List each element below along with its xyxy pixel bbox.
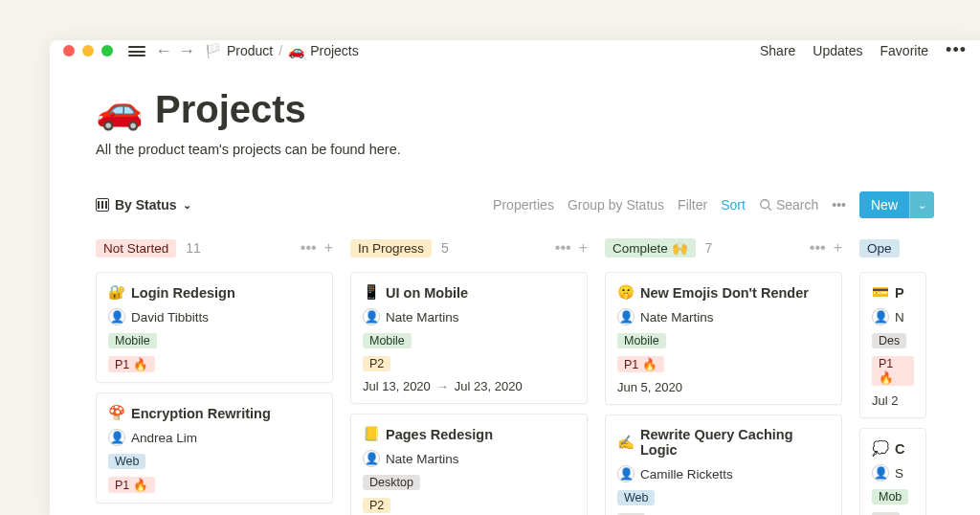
board-card[interactable]: 💭C👤SMobP4 bbox=[859, 428, 926, 515]
platform-chip: Mob bbox=[872, 489, 908, 504]
column-more-icon[interactable]: ••• bbox=[555, 239, 571, 257]
column-status-tag[interactable]: In Progress bbox=[350, 239, 432, 258]
avatar-icon: 👤 bbox=[108, 429, 125, 446]
avatar-icon: 👤 bbox=[108, 308, 125, 325]
column-more-icon[interactable]: ••• bbox=[301, 239, 317, 257]
breadcrumb-parent[interactable]: Product bbox=[227, 43, 273, 58]
date-arrow-icon: → bbox=[436, 379, 449, 393]
page-content: 🚗 Projects All the product team's projec… bbox=[50, 60, 980, 515]
new-button[interactable]: New ⌄ bbox=[859, 191, 934, 218]
page-title-text[interactable]: Projects bbox=[155, 88, 306, 131]
card-assignee: Nate Martins bbox=[386, 310, 459, 325]
avatar-icon: 👤 bbox=[363, 308, 380, 325]
avatar-icon: 👤 bbox=[872, 464, 889, 481]
properties-button[interactable]: Properties bbox=[493, 197, 554, 213]
column-status-tag[interactable]: Complete 🙌 bbox=[605, 238, 696, 258]
card-emoji-icon: 🔐 bbox=[108, 284, 125, 301]
board-card[interactable]: 📒Pages Redesign👤Nate MartinsDesktopP2 bbox=[350, 414, 588, 515]
column-header: Not Started11•••+ bbox=[96, 235, 333, 260]
avatar-icon: 👤 bbox=[363, 450, 380, 467]
board-card[interactable]: 📱UI on Mobile👤Nate MartinsMobileP2Jul 13… bbox=[350, 272, 588, 404]
column-add-icon[interactable]: + bbox=[579, 239, 588, 257]
breadcrumb-parent-icon: 🏳️ bbox=[205, 43, 221, 58]
platform-chip: Mobile bbox=[617, 333, 666, 348]
priority-chip: P1 🔥 bbox=[108, 356, 155, 372]
group-by-button[interactable]: Group by Status bbox=[568, 197, 664, 213]
card-dates: Jul 2 bbox=[872, 393, 914, 408]
breadcrumb-page-icon: 🚗 bbox=[288, 43, 304, 58]
column-add-icon[interactable]: + bbox=[324, 239, 333, 257]
more-menu-icon[interactable]: ••• bbox=[946, 40, 967, 60]
board-column: Ope💳P👤NDesP1 🔥Jul 2💭C👤SMobP4 bbox=[859, 235, 926, 515]
board-card[interactable]: 🔐Login Redesign👤David TibbittsMobileP1 🔥 bbox=[96, 272, 333, 383]
board-view-icon bbox=[96, 198, 109, 212]
search-icon bbox=[759, 198, 772, 212]
card-assignee: Nate Martins bbox=[640, 310, 714, 325]
card-assignee: S bbox=[895, 466, 903, 481]
titlebar: ← → 🏳️ Product / 🚗 Projects Share Update… bbox=[50, 40, 980, 60]
app-window: ← → 🏳️ Product / 🚗 Projects Share Update… bbox=[50, 40, 980, 515]
column-count: 11 bbox=[186, 240, 201, 256]
column-header: Ope bbox=[859, 235, 926, 260]
close-window-icon[interactable] bbox=[63, 45, 75, 56]
card-title: New Emojis Don't Render bbox=[640, 285, 809, 301]
card-emoji-icon: 💳 bbox=[872, 284, 889, 301]
page-icon[interactable]: 🚗 bbox=[96, 87, 144, 132]
card-title: Login Redesign bbox=[131, 285, 235, 301]
column-header: In Progress5•••+ bbox=[350, 235, 588, 260]
column-more-icon[interactable]: ••• bbox=[810, 239, 826, 257]
card-title: Encryption Rewriting bbox=[131, 406, 271, 421]
board-column: Complete 🙌7•••+🤫New Emojis Don't Render👤… bbox=[605, 235, 842, 515]
column-header: Complete 🙌7•••+ bbox=[605, 235, 842, 260]
avatar-icon: 👤 bbox=[617, 308, 635, 325]
forward-arrow-icon[interactable]: → bbox=[178, 42, 195, 59]
platform-chip: Des bbox=[872, 333, 906, 348]
page-description[interactable]: All the product team's projects can be f… bbox=[96, 142, 980, 157]
board-card[interactable]: 🤫New Emojis Don't Render👤Nate MartinsMob… bbox=[605, 272, 842, 405]
column-count: 5 bbox=[441, 240, 449, 256]
column-add-icon[interactable]: + bbox=[834, 239, 842, 257]
board-column: In Progress5•••+📱UI on Mobile👤Nate Marti… bbox=[350, 235, 588, 515]
board-card[interactable]: 💳P👤NDesP1 🔥Jul 2 bbox=[859, 272, 926, 418]
column-status-tag[interactable]: Ope bbox=[859, 239, 900, 258]
nav-arrows: ← → bbox=[155, 42, 195, 59]
minimize-window-icon[interactable] bbox=[82, 45, 94, 56]
share-button[interactable]: Share bbox=[760, 43, 795, 58]
back-arrow-icon[interactable]: ← bbox=[155, 42, 172, 59]
database-toolbar: By Status ⌄ Properties Group by Status F… bbox=[96, 191, 980, 218]
card-title: Rewrite Query Caching Logic bbox=[640, 427, 830, 458]
new-dropdown-icon[interactable]: ⌄ bbox=[909, 191, 934, 218]
breadcrumb[interactable]: 🏳️ Product / 🚗 Projects bbox=[205, 43, 359, 58]
priority-chip: P2 bbox=[363, 356, 390, 371]
hamburger-menu-icon[interactable] bbox=[128, 44, 145, 57]
card-dates: Jul 13, 2020→Jul 23, 2020 bbox=[363, 379, 575, 393]
avatar-icon: 👤 bbox=[872, 308, 889, 325]
priority-chip: P1 🔥 bbox=[872, 356, 914, 386]
view-name: By Status bbox=[115, 197, 177, 213]
column-status-tag[interactable]: Not Started bbox=[96, 239, 176, 258]
page-title[interactable]: 🚗 Projects bbox=[96, 87, 980, 132]
breadcrumb-page[interactable]: Projects bbox=[310, 43, 359, 58]
card-title: C bbox=[895, 441, 904, 457]
platform-chip: Web bbox=[617, 490, 655, 505]
card-assignee: Andrea Lim bbox=[131, 431, 197, 445]
card-assignee: David Tibbitts bbox=[131, 310, 209, 325]
breadcrumb-separator: / bbox=[278, 43, 282, 58]
card-title: Pages Redesign bbox=[386, 427, 493, 442]
updates-button[interactable]: Updates bbox=[813, 43, 862, 58]
favorite-button[interactable]: Favorite bbox=[880, 43, 929, 58]
board-card[interactable]: 🍄Encryption Rewriting👤Andrea LimWebP1 🔥 bbox=[96, 392, 333, 504]
avatar-icon: 👤 bbox=[617, 465, 635, 482]
card-assignee: N bbox=[895, 310, 904, 325]
maximize-window-icon[interactable] bbox=[101, 45, 113, 56]
filter-button[interactable]: Filter bbox=[678, 197, 707, 213]
view-selector[interactable]: By Status ⌄ bbox=[96, 197, 191, 213]
search-button[interactable]: Search bbox=[759, 197, 818, 213]
platform-chip: Web bbox=[108, 454, 145, 469]
toolbar-more-icon[interactable]: ••• bbox=[832, 197, 846, 213]
priority-chip: P1 🔥 bbox=[617, 356, 664, 372]
priority-chip: P1 🔥 bbox=[108, 477, 155, 493]
sort-button[interactable]: Sort bbox=[721, 197, 746, 213]
window-controls bbox=[63, 45, 113, 56]
board-card[interactable]: ✍️Rewrite Query Caching Logic👤Camille Ri… bbox=[605, 414, 842, 515]
